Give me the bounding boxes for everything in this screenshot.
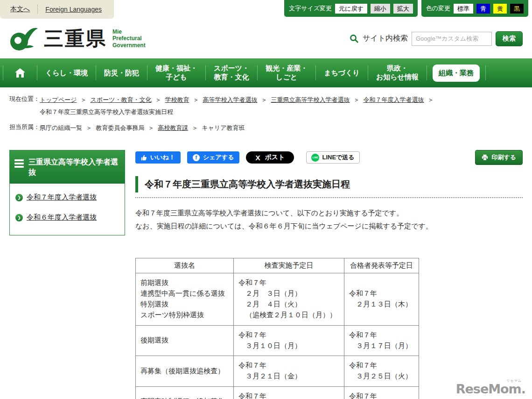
thumbs-up-icon [141, 155, 147, 161]
x-post-button[interactable]: X ポスト [246, 151, 294, 164]
font-size-reset-button[interactable]: 元に戻す [335, 4, 367, 14]
breadcrumb-separator: ＞ [427, 94, 434, 106]
arrow-circle-icon: ❯ [15, 194, 23, 201]
table-row: 夜間定時制課程の追加募集 令和７年 ３月２７日（木） 令和７年 ３月２８日（金） [136, 386, 419, 399]
intro-paragraph: なお、実施日程の詳細については、令和６年６月下旬に当ウェブページに掲載する予定で… [135, 220, 523, 233]
search-input[interactable] [412, 32, 492, 46]
breadcrumb-label: 現在位置： [9, 94, 40, 103]
watermark-logo-text: ReseMom. [456, 382, 525, 396]
color-black-button[interactable]: 黒 [510, 4, 524, 14]
breadcrumb-separator: ＞ [193, 94, 199, 106]
menu-icon [14, 159, 24, 169]
sidebar-item-r6-senbatsu[interactable]: ❯ 令和６年度入学者選抜 [15, 213, 119, 222]
cell-exam-date: 令和７年 ３月１０日（月） [234, 325, 344, 356]
breadcrumb-separator: ＞ [192, 122, 198, 134]
schedule-table: 選抜名 検査実施予定日 合格者発表等予定日 前期選抜 連携型中高一貫に係る選抜 … [135, 258, 419, 399]
dept-career-kyoikuhan: キャリア教育班 [202, 124, 245, 131]
nav-item-bousai[interactable]: 防災・防犯 [96, 58, 147, 87]
font-size-control: 文字サイズ変更 元に戻す 縮小 拡大 [284, 0, 418, 17]
header-senbatsu-name: 選抜名 [136, 258, 234, 273]
foreign-languages-link[interactable]: Foreign Languages [45, 6, 102, 13]
logo-kanji-text: 三重県 [44, 26, 107, 52]
dept-link-kyoiku-iinkai[interactable]: 教育委員会事務局 [96, 124, 144, 131]
facebook-icon: f [193, 154, 200, 161]
nav-divider [485, 65, 486, 80]
skip-links-box: 本文へ Foreign Languages [0, 0, 114, 19]
cell-senbatsu-name: 前期選抜 連携型中高一貫に係る選抜 特別選抜 スポーツ特別枠選抜 [136, 273, 234, 325]
search-button[interactable]: 検索 [496, 31, 523, 46]
font-size-label: 文字サイズ変更 [289, 4, 332, 13]
header-exam-date: 検査実施予定日 [234, 258, 344, 273]
print-button[interactable]: 印刷する [475, 150, 523, 165]
sidebar: 三重県立高等学校入学者選抜 ❯ 令和７年度入学者選抜 ❯ 令和６年度入学者選抜 [9, 150, 125, 235]
cell-announce-date: 令和７年 ２月１３日（木） [344, 273, 419, 325]
color-blue-button[interactable]: 青 [476, 4, 490, 14]
breadcrumb-separator: ＞ [155, 94, 161, 106]
dept-link-koko-kyoikuka[interactable]: 高校教育課 [158, 124, 188, 131]
nav-item-sports[interactable]: スポーツ・ 教育・文化 [206, 58, 257, 87]
sidebar-header[interactable]: 三重県立高等学校入学者選抜 [10, 150, 125, 184]
breadcrumb-separator: ＞ [148, 122, 154, 134]
sidebar-item-r7-senbatsu[interactable]: ❯ 令和７年度入学者選抜 [15, 193, 119, 202]
search-label: サイト内検索 [363, 34, 408, 43]
site-header: 三重県 Mie Prefectural Government サイト内検索 検索 [0, 19, 532, 58]
breadcrumb: 現在位置： トップページ＞スポーツ・教育・文化＞学校教育＞高等学校入学者選抜＞三… [0, 87, 532, 134]
breadcrumb-link-kenritsu[interactable]: 三重県立高等学校入学者選抜 [271, 96, 350, 103]
dept-link-soshiki-ichiran[interactable]: 県庁の組織一覧 [40, 124, 82, 131]
font-size-larger-button[interactable]: 拡大 [393, 4, 413, 14]
table-row: 後期選抜 令和７年 ３月１０日（月） 令和７年 ３月１７日（月） [136, 325, 419, 356]
facebook-like-button[interactable]: いいね！ [135, 151, 181, 164]
nav-item-kensei[interactable]: 県政・ お知らせ情報 [368, 58, 427, 87]
cell-senbatsu-name: 再募集（後期選抜追検査） [136, 356, 234, 387]
line-label: LINEで送る [322, 153, 354, 162]
cell-announce-date: 令和７年 ３月２８日（金） [344, 386, 419, 399]
color-change-control: 色の変更 標準 青 黄 黒 [421, 0, 528, 17]
breadcrumb-link-sports[interactable]: スポーツ・教育・文化 [91, 96, 152, 103]
like-label: いいね！ [150, 153, 175, 162]
post-label: ポスト [265, 153, 285, 162]
line-share-button[interactable]: LINE LINEで送る [306, 151, 359, 164]
share-label: シェアする [203, 153, 234, 162]
nav-item-machi[interactable]: まちづくり [316, 58, 368, 87]
cell-announce-date: 令和７年 ３月２５日（火） [344, 356, 419, 387]
nav-home[interactable] [3, 58, 37, 87]
breadcrumb-separator: ＞ [86, 122, 92, 134]
print-label: 印刷する [491, 153, 516, 162]
breadcrumb-separator: ＞ [261, 94, 267, 106]
cell-senbatsu-name: 後期選抜 [136, 325, 234, 356]
font-size-smaller-button[interactable]: 縮小 [371, 4, 390, 14]
top-utility-bar: 本文へ Foreign Languages 文字サイズ変更 元に戻す 縮小 拡大… [0, 0, 532, 19]
nav-item-kanko[interactable]: 観光・産業・ しごと [258, 58, 315, 87]
nav-item-kenko[interactable]: 健康・福祉・ 子ども [147, 58, 205, 87]
search-icon [350, 34, 359, 43]
department-label: 担当所属： [9, 122, 40, 131]
prefecture-logo[interactable]: 三重県 Mie Prefectural Government [9, 26, 146, 52]
color-yellow-button[interactable]: 黄 [493, 4, 507, 14]
breadcrumb-link-top[interactable]: トップページ [40, 96, 77, 103]
skip-to-content-link[interactable]: 本文へ [10, 5, 30, 14]
color-standard-button[interactable]: 標準 [454, 4, 473, 14]
breadcrumb-link-koutou[interactable]: 高等学校入学者選抜 [203, 96, 257, 103]
sidebar-title: 三重県立高等学校入学者選抜 [28, 157, 120, 177]
intro-paragraph: 令和７年度三重県立高等学校入学者選抜について、以下のとおり実施する予定です。 [135, 207, 523, 220]
site-search: サイト内検索 検索 [350, 31, 523, 46]
arrow-circle-icon: ❯ [15, 214, 23, 221]
breadcrumb-separator: ＞ [353, 94, 359, 106]
breadcrumb-separator: ＞ [81, 94, 87, 106]
global-navigation: くらし・環境 防災・防犯 健康・福祉・ 子ども スポーツ・ 教育・文化 観光・産… [0, 58, 532, 87]
home-icon [14, 68, 26, 78]
breadcrumb-link-r7[interactable]: 令和７年度入学者選抜 [363, 96, 424, 103]
logo-english-text: Mie Prefectural Government [112, 28, 146, 49]
cell-exam-date: 令和７年 ２月 ３日（月） ２月 ４日（火） （追検査２月１０日（月）） [234, 273, 344, 325]
cell-exam-date: 令和７年 ３月２７日（木） [234, 386, 344, 399]
divider [37, 5, 38, 14]
main-content: いいね！ f シェアする X ポスト LINE LINEで送る [135, 150, 523, 399]
facebook-share-button[interactable]: f シェアする [187, 151, 240, 164]
header-announce-date: 合格者発表等予定日 [344, 258, 419, 273]
nav-item-soshiki[interactable]: 組織・業務 [433, 64, 480, 82]
printer-icon [482, 154, 488, 161]
breadcrumb-link-gakko[interactable]: 学校教育 [165, 96, 189, 103]
cell-senbatsu-name: 夜間定時制課程の追加募集 [136, 386, 234, 399]
table-header-row: 選抜名 検査実施予定日 合格者発表等予定日 [136, 258, 419, 273]
nav-item-kurashi[interactable]: くらし・環境 [37, 58, 96, 87]
